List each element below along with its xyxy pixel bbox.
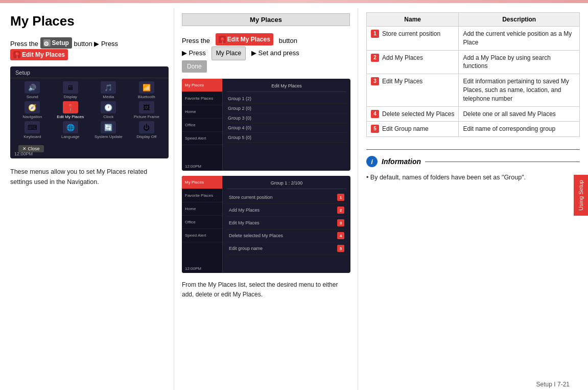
row1-name: 1 Store current position [367, 27, 459, 51]
nav-time-1: 12:00PM [185, 164, 201, 169]
row2-name: 2 Add My Places [367, 50, 459, 74]
sidebar-home: Home [182, 105, 222, 119]
setup-item-display: 🖥 Display [53, 81, 89, 99]
table-row: 5 Edit Group name Edit name of correspon… [367, 122, 580, 137]
setup-item-clock: 🕐 Clock [90, 101, 127, 119]
keyboard-icon-box: ⌨ [25, 121, 40, 133]
setup-icon: ⚙ [43, 39, 51, 47]
sidebar-my-places: My Places [182, 79, 222, 92]
info-header: i Information [366, 156, 580, 167]
row5-name: 5 Edit Group name [367, 122, 459, 137]
section-title: My Places [182, 13, 350, 26]
table-row: 2 Add My Places Add a My Place by using … [367, 50, 580, 74]
sidebar-office: Office [182, 119, 222, 132]
menu-edit-group-name: Edit group name 5 [227, 242, 346, 255]
setup-grid: 🔊 Sound 🖥 Display 🎵 Media 📶 Bluetooth 🧭 [10, 78, 169, 142]
sidebar2-home: Home [182, 202, 222, 216]
group-4: Group 4 (0) [227, 123, 346, 133]
badge-1: 1 [371, 30, 379, 38]
nav-sidebar-2: My Places Favorite Places Home Office Sp… [182, 176, 223, 273]
nav-screenshot-2: My Places Favorite Places Home Office Sp… [182, 176, 350, 273]
setup-item-sound: 🔊 Sound [14, 81, 51, 99]
row5-desc: Edit name of corresponding group [459, 122, 580, 137]
setup-item-bluetooth: 📶 Bluetooth [129, 81, 165, 99]
setup-item-media: 🎵 Media [90, 81, 127, 99]
table-row: 3 Edit My Places Edit information pertai… [367, 74, 580, 106]
badge-2: 2 [371, 54, 379, 62]
nav-screen-title-1: Edit My Places [227, 82, 346, 92]
setup-item-edit-my-places: 📍 Edit My Places [53, 101, 89, 119]
info-table: Name Description 1 Store current positio… [366, 12, 580, 137]
mid-arrow1: ▶ Press [182, 49, 206, 57]
info-title: Information [382, 157, 421, 166]
row2-desc: Add a My Place by using search functions [459, 50, 580, 74]
mid-instruction: Press the 📍 Edit My Places button ▶ Pres… [182, 33, 350, 73]
from-text: From the My Places list, select the desi… [182, 280, 350, 300]
group-5: Group 5 (0) [227, 133, 346, 143]
nav-time-2: 12:00PM [185, 266, 201, 271]
badge-4: 4 [371, 110, 379, 118]
menu-edit-my-places: Edit My Places 3 [227, 217, 346, 230]
sidebar2-speed-alert: Speed Alert [182, 229, 222, 242]
nav-sidebar-1: My Places Favorite Places Home Office Sp… [182, 79, 223, 171]
table-row: 1 Store current position Add the current… [367, 27, 580, 51]
setup-item-keyboard: ⌨ Keyboard [14, 121, 51, 139]
picture-frame-icon-box: 🖼 [139, 101, 154, 113]
media-icon-box: 🎵 [101, 81, 116, 94]
clock-icon-box: 🕐 [101, 101, 116, 113]
group-3: Group 3 (0) [227, 113, 346, 123]
using-setup-label: Using Setup [578, 180, 584, 211]
page-title: My Places [10, 13, 163, 29]
right-column: Name Description 1 Store current positio… [358, 8, 588, 390]
col-name: Name [367, 13, 459, 27]
sound-icon-box: 🔊 [25, 81, 40, 94]
info-box: i Information • By default, names of fol… [366, 149, 580, 182]
group-1: Group 1 (2) [227, 94, 346, 104]
edit-places-label: Edit My Places [22, 50, 65, 59]
group-2: Group 2 (0) [227, 104, 346, 113]
badge-5: 5 [371, 125, 379, 133]
description-text: These menus allow you to set My Places r… [10, 167, 163, 187]
close-label: ✕ Close [22, 146, 40, 151]
row3-desc: Edit information pertaining to saved My … [459, 74, 580, 106]
setup-item-display-off: ⏻ Display Off [129, 121, 165, 139]
mid-press: Press the [182, 37, 210, 44]
setup-screenshot: Setup 🔊 Sound 🖥 Display 🎵 Media 📶 Blueto… [10, 66, 169, 158]
using-setup-tab: Using Setup [574, 175, 588, 216]
sidebar2-my-places: My Places [182, 176, 222, 189]
nav-content-2: Group 1 : 2/100 Store current position 1… [223, 176, 350, 273]
setup-item-language: 🌐 Language [53, 121, 89, 139]
edit-my-places-icon-box: 📍 [63, 101, 78, 113]
setup-time: 12:00PM [14, 151, 33, 156]
my-place-label: My Place [216, 48, 241, 58]
edit-places-button-inline: 📍 Edit My Places [10, 49, 68, 60]
badge-3: 3 [371, 77, 379, 85]
setup-screen-title: Setup [10, 66, 169, 78]
sidebar2-favorite-places: Favorite Places [182, 189, 222, 202]
done-button: Done [182, 60, 207, 73]
row4-name: 4 Delete selected My Places [367, 106, 459, 122]
language-icon-box: 🌐 [63, 121, 78, 133]
menu-add-my-places: Add My Places 2 [227, 204, 346, 217]
done-label: Done [187, 63, 202, 70]
setup-button-inline: ⚙ Setup [40, 37, 72, 49]
sidebar-favorite-places: Favorite Places [182, 92, 222, 105]
instr-button-press: button ▶ Press [74, 40, 119, 48]
mid-set-press: ▶ Set and press [251, 49, 299, 57]
col-description: Description [459, 13, 580, 27]
info-divider [425, 162, 580, 162]
menu-store-position: Store current position 1 [227, 191, 346, 204]
display-icon-box: 🖥 [63, 81, 78, 94]
edit-places-icon: 📍 [13, 51, 20, 58]
navigation-icon-box: 🧭 [25, 101, 40, 113]
table-row: 4 Delete selected My Places Delete one o… [367, 106, 580, 122]
system-update-icon-box: 🔄 [101, 121, 116, 133]
info-icon: i [366, 156, 378, 167]
sidebar-speed-alert: Speed Alert [182, 132, 222, 145]
left-column: My Places Press the ⚙ Setup button ▶ Pre… [0, 8, 174, 390]
menu-delete-selected: Delete selected My Places 4 [227, 230, 346, 242]
edit-places-btn-mid: 📍 Edit My Places [216, 33, 273, 45]
setup-item-navigation: 🧭 Navigation [14, 101, 51, 119]
footer-text: Setup I 7-21 [536, 381, 570, 388]
display-off-icon-box: ⏻ [139, 121, 154, 133]
